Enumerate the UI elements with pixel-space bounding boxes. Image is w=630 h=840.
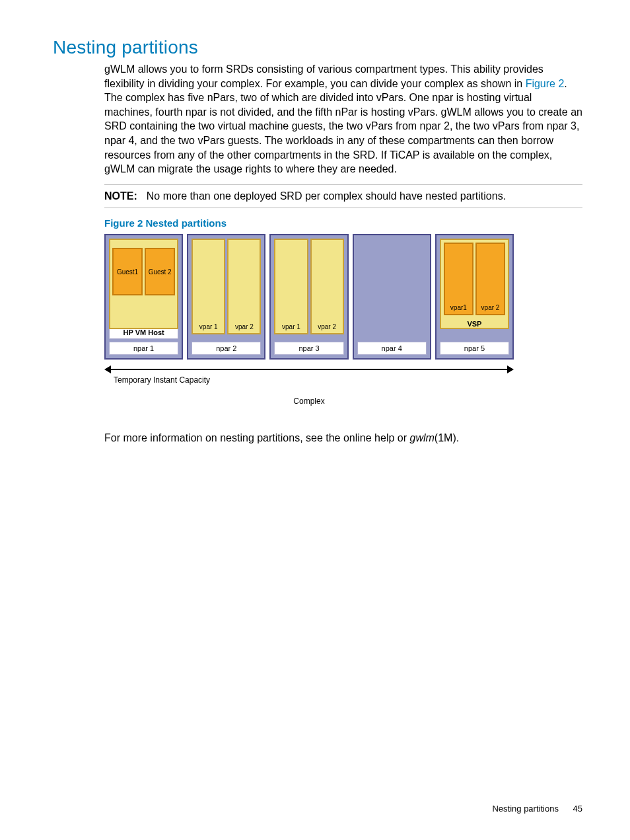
npar3-vpars: vpar 1 vpar 2 [274,239,343,334]
section-heading: Nesting partitions [53,37,582,58]
npar2-vpars: vpar 1 vpar 2 [192,239,261,334]
command-name: gwlm [409,432,434,443]
npar2-vpar1-label: vpar 1 [194,323,223,330]
ticap-label: Temporary Instant Capacity [114,375,514,385]
guest2-box: Guest 2 [145,248,175,295]
page-footer: Nesting partitions 45 [492,804,582,814]
npar5-vpars: vpar1 vpar 2 [441,240,508,318]
npar2-label: npar 2 [192,342,261,355]
footer-page-number: 45 [573,804,582,814]
note-text: No more than one deployed SRD per comple… [147,190,506,202]
npar-row: Guest1 Guest 2 HP VM Host npar 1 vpar 1 … [104,234,514,360]
npar5-box: vpar1 vpar 2 VSP npar 5 [435,234,514,360]
npar2-vpar2: vpar 2 [227,239,261,334]
closing-paragraph: For more information on nesting partitio… [104,432,582,444]
npar4-box: npar 4 [353,234,431,360]
ticap-arrow [104,365,514,374]
npar3-label: npar 3 [274,342,343,355]
figure-link[interactable]: Figure 2 [526,78,565,89]
guest1-box: Guest1 [112,248,143,295]
paragraph-text-after: . The complex has five nPars, two of whi… [104,78,582,175]
closing-before: For more information on nesting partitio… [104,432,409,443]
npar3-box: vpar 1 vpar 2 npar 3 [269,234,348,360]
arrow-bar [108,369,510,370]
arrow-right-icon [507,365,514,373]
closing-after: (1M). [435,432,459,443]
complex-label: Complex [104,397,514,406]
vsp-label: VSP [441,318,508,331]
note-block: NOTE:No more than one deployed SRD per c… [104,184,582,208]
paragraph-text-before: gWLM allows you to form SRDs consisting … [104,63,543,89]
npar5-vpar1-label: vpar1 [446,304,471,311]
intro-paragraph: gWLM allows you to form SRDs consisting … [53,62,582,176]
npar2-vpar1: vpar 1 [192,239,225,334]
npar3-vpar1-label: vpar 1 [277,323,305,330]
figure-caption: Figure 2 Nested partitions [104,217,582,229]
npar5-vpar1: vpar1 [444,243,473,315]
npar2-vpar2-label: vpar 2 [230,323,258,330]
npar5-vsp-container: vpar1 vpar 2 VSP [440,239,509,329]
npar5-vpar2-label: vpar 2 [478,304,503,311]
npar5-label: npar 5 [440,342,509,355]
npar5-vpar2: vpar 2 [475,243,505,315]
npar3-vpar1: vpar 1 [274,239,308,334]
npar3-vpar2: vpar 2 [310,239,344,334]
npar1-box: Guest1 Guest 2 HP VM Host npar 1 [104,234,183,360]
footer-section-title: Nesting partitions [492,804,558,814]
document-page: Nesting partitions gWLM allows you to fo… [0,0,630,840]
note-label: NOTE: [104,190,137,202]
npar2-box: vpar 1 vpar 2 npar 2 [187,234,265,360]
npar1-label: npar 1 [109,342,178,355]
vm-host-container: Guest1 Guest 2 [109,239,178,329]
npar4-label: npar 4 [357,342,427,355]
npar1-host-area: Guest1 Guest 2 [109,239,178,329]
nested-partitions-diagram: Guest1 Guest 2 HP VM Host npar 1 vpar 1 … [104,234,514,406]
npar3-vpar2-label: vpar 2 [313,323,341,330]
